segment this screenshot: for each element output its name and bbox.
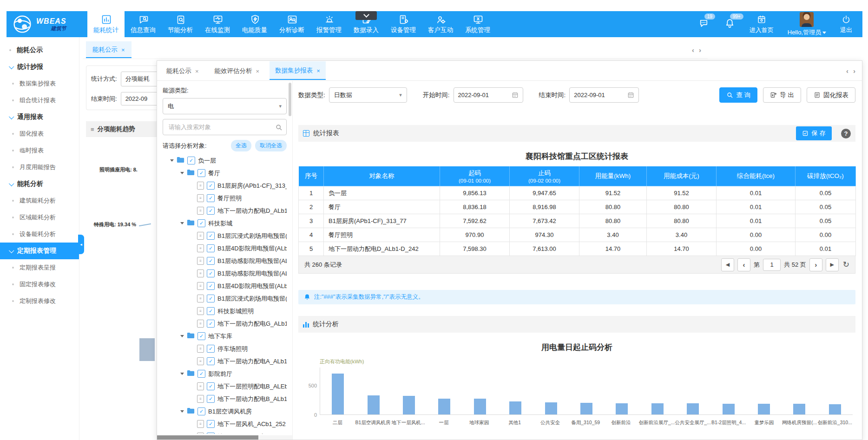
checkbox-checked[interactable]: ✓	[197, 370, 205, 378]
sidebar-item[interactable]: 区域能耗分析	[0, 209, 79, 226]
close-icon[interactable]: ×	[195, 68, 199, 75]
checkbox-checked[interactable]: ✓	[207, 182, 215, 190]
tree-leaf-node[interactable]: ≡✓B1层4D影院用电预留(ALb1-YY(4	[163, 280, 287, 292]
sidebar-item[interactable]: 定制报表修改	[0, 293, 79, 309]
checkbox-checked[interactable]: ✓	[207, 345, 215, 353]
expand-icon[interactable]	[180, 172, 184, 174]
close-icon[interactable]: ×	[316, 67, 320, 74]
home-button[interactable]: 进入首页	[750, 14, 774, 34]
tree-leaf-node[interactable]: ≡✓餐厅照明	[163, 192, 287, 204]
logout-button[interactable]: 退出	[840, 14, 852, 34]
nav-item-customer-interaction[interactable]: 客户互动	[422, 11, 459, 37]
checkbox-checked[interactable]: ✓	[207, 395, 215, 403]
checkbox-checked[interactable]: ✓	[197, 407, 205, 415]
energy-type-select[interactable]: 电 ▾	[163, 98, 287, 114]
last-page-button[interactable]: ▶	[826, 258, 839, 271]
tree-leaf-node[interactable]: ≡✓B1层动感影院用电预留(ALb1-YY	[163, 267, 287, 280]
tree-leaf-node[interactable]: ≡✓地下一层动力配电D_ALb1-D_242	[163, 204, 287, 217]
checkbox-checked[interactable]: ✓	[197, 219, 205, 227]
tree-leaf-node[interactable]: ≡✓B1层沉浸式剧场用电预留(ALb1-YY	[163, 230, 287, 242]
sidebar-item[interactable]: 定期报表呈报	[0, 259, 79, 276]
vertical-scrollbar[interactable]	[289, 83, 291, 116]
tab-scroll-right[interactable]: ›	[699, 46, 701, 54]
checkbox-checked[interactable]: ✓	[207, 244, 215, 252]
select-all-button[interactable]: 全选	[231, 140, 251, 151]
sidebar-item[interactable]: 能耗分析	[0, 176, 79, 192]
refresh-icon[interactable]: ↻	[843, 260, 849, 269]
tab-scroll-right[interactable]: ›	[853, 67, 855, 75]
sidebar-item[interactable]: 定期报表管理	[0, 243, 79, 259]
nav-item-online-monitor[interactable]: 在线监测	[199, 11, 236, 37]
tree-leaf-node[interactable]: ≡✓B1层沉浸式剧场用电预留(ALb1-YY	[163, 292, 287, 305]
checkbox-checked[interactable]: ✓	[207, 232, 215, 240]
tab-energy-publicity-inner[interactable]: 能耗公示 ×	[161, 62, 204, 79]
sidebar-item[interactable]: 固化报表	[0, 125, 79, 142]
tree-folder-node[interactable]: ✓餐厅	[163, 167, 287, 179]
checkbox-checked[interactable]: ✓	[197, 169, 205, 177]
tree-folder-node[interactable]: ✓B1层空调风机房	[163, 405, 287, 418]
expand-icon[interactable]	[180, 373, 184, 375]
sidebar-item[interactable]: 统计抄报	[0, 59, 79, 75]
checkbox-checked[interactable]: ✓	[207, 207, 215, 215]
sidebar-collapse-handle[interactable]: ◂	[78, 235, 84, 254]
sidebar-item[interactable]: 设备能耗分析	[0, 226, 79, 243]
alerts-button[interactable]: 99+	[724, 18, 736, 31]
sidebar-item[interactable]: 建筑能耗分析	[0, 192, 79, 209]
checkbox-checked[interactable]: ✓	[207, 269, 215, 277]
search-input[interactable]	[168, 123, 275, 131]
nav-item-power-quality[interactable]: 电能质量	[236, 11, 273, 37]
end-date-input[interactable]: 2022-09-01	[569, 87, 639, 103]
save-button[interactable]: 保 存	[796, 126, 832, 140]
user-menu[interactable]: Hello,管理员	[788, 12, 826, 37]
tree-leaf-node[interactable]: ≡✓地下一层照明配电C_ALEb1-C_26	[163, 430, 287, 434]
export-button[interactable]: 导 出	[763, 87, 801, 103]
expand-icon[interactable]	[170, 159, 174, 162]
tree-folder-node[interactable]: ✓负一层	[163, 154, 287, 167]
checkbox-checked[interactable]: ✓	[197, 332, 205, 340]
nav-item-data-entry[interactable]: 数据录入	[348, 11, 385, 37]
checkbox-checked[interactable]: ✓	[207, 307, 215, 315]
tree-leaf-node[interactable]: ≡✓地下一层风机_ACb1_252	[163, 418, 287, 430]
checkbox-checked[interactable]: ✓	[207, 357, 215, 365]
tree-leaf-node[interactable]: ≡✓B1层4D影院用电预留(ALb1-YY(4	[163, 242, 287, 255]
start-date-input[interactable]: 2022-09-01	[454, 87, 523, 103]
prev-page-button[interactable]: ‹	[737, 258, 750, 271]
nav-item-info-query[interactable]: 信息查询	[125, 11, 162, 37]
page-input[interactable]	[763, 259, 781, 271]
nav-item-energy-stats[interactable]: 能耗统计	[87, 11, 125, 37]
checkbox-checked[interactable]: ✓	[207, 433, 215, 434]
tree-folder-node[interactable]: ✓影院前厅	[163, 368, 287, 380]
tab-energy-publicity[interactable]: 能耗公示 ×	[86, 41, 132, 58]
tree-leaf-node[interactable]: ≡✓地下一层动力配电B_ALb1-B_267	[163, 393, 287, 405]
sidebar-item[interactable]: 通用报表	[0, 109, 79, 125]
messages-button[interactable]: 19	[698, 18, 710, 31]
close-icon[interactable]: ×	[121, 46, 125, 53]
tree-leaf-node[interactable]: ≡✓地下一层动力配电G_ALb1-G_269	[163, 317, 287, 330]
sidebar-item[interactable]: 临时报表	[0, 142, 79, 159]
nav-item-device-mgmt[interactable]: 设备管理	[385, 11, 422, 37]
expand-icon[interactable]	[180, 410, 184, 413]
expand-icon[interactable]	[180, 335, 184, 337]
checkbox-checked[interactable]: ✓	[187, 157, 195, 164]
tree-folder-node[interactable]: ✓科技影城	[163, 217, 287, 230]
sidebar-item[interactable]: 数据集抄报表	[0, 75, 79, 92]
sidebar-item[interactable]: 组合统计报表	[0, 92, 79, 109]
checkbox-checked[interactable]: ✓	[207, 282, 215, 290]
horizontal-scrollbar[interactable]	[157, 435, 292, 440]
tree-leaf-node[interactable]: ≡✓B1层动感影院用电预留(ALb1-YY	[163, 255, 287, 267]
sidebar-item[interactable]: 能耗公示	[0, 42, 79, 59]
nav-item-alarm-mgmt[interactable]: 报警管理	[310, 11, 348, 37]
nav-item-diagnosis[interactable]: 分析诊断	[273, 11, 310, 37]
tab-scroll-left[interactable]: ‹	[846, 67, 848, 75]
scrollbar-thumb[interactable]	[157, 435, 258, 440]
checkbox-checked[interactable]: ✓	[207, 382, 215, 390]
expand-icon[interactable]	[180, 222, 184, 224]
tree-folder-node[interactable]: ✓地下车库	[163, 330, 287, 342]
nav-item-system-mgmt[interactable]: 系统管理	[459, 11, 496, 37]
data-type-select[interactable]: 日数据 ▾	[329, 87, 407, 103]
query-button[interactable]: 查 询	[719, 87, 757, 103]
checkbox-checked[interactable]: ✓	[207, 295, 215, 302]
checkbox-checked[interactable]: ✓	[207, 320, 215, 328]
deselect-all-button[interactable]: 取消全选	[255, 140, 287, 151]
solidify-report-button[interactable]: 固化报表	[807, 87, 855, 103]
